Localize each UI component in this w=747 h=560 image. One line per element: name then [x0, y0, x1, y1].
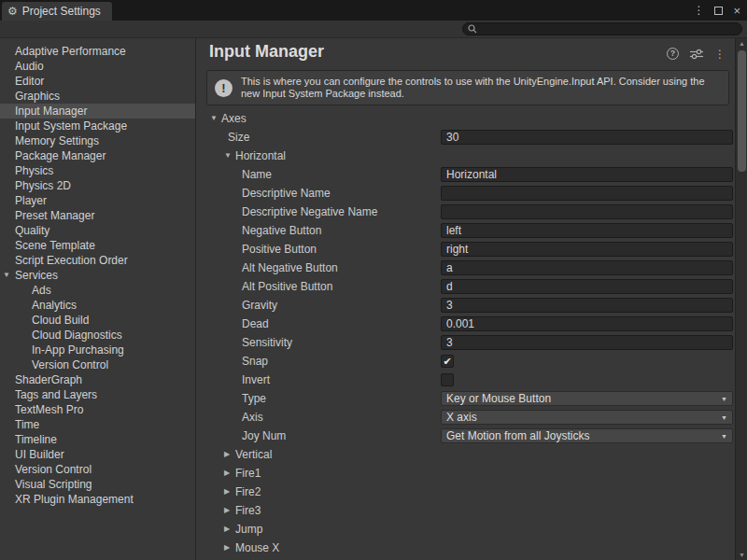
text-field-size[interactable]: 30 — [441, 130, 733, 145]
search-input[interactable] — [462, 22, 742, 35]
tab-project-settings[interactable]: ⚙ Project Settings — [2, 2, 112, 21]
presets-icon[interactable] — [690, 49, 703, 60]
sidebar-item-services[interactable]: ▼Services — [0, 268, 195, 283]
dropdown-joy-num[interactable]: Get Motion from all Joysticks▼ — [441, 428, 733, 443]
sidebar-item-visual-scripting[interactable]: Visual Scripting — [0, 477, 195, 492]
property-row-gravity: Gravity3 — [197, 296, 735, 315]
sidebar-item-label: Physics 2D — [15, 179, 71, 192]
property-label: Negative Button — [242, 221, 321, 240]
text-field-alt-positive-button[interactable]: d — [441, 279, 733, 294]
sidebar-item-in-app-purchasing[interactable]: In-App Purchasing — [0, 343, 195, 357]
foldout-triangle-icon[interactable]: ▶ — [224, 520, 230, 539]
sidebar-item-timeline[interactable]: Timeline — [0, 432, 195, 447]
foldout-triangle-icon[interactable]: ▶ — [224, 501, 230, 520]
text-field-sensitivity[interactable]: 3 — [441, 335, 733, 350]
sidebar-item-label: Physics — [15, 164, 53, 177]
sidebar-item-scene-template[interactable]: Scene Template — [0, 238, 195, 253]
sidebar-item-player[interactable]: Player — [0, 193, 195, 208]
property-label: Joy Num — [242, 427, 286, 445]
foldout-label[interactable]: Jump — [235, 520, 262, 539]
sidebar-item-time[interactable]: Time — [0, 417, 195, 432]
sidebar-item-physics-2d[interactable]: Physics 2D — [0, 178, 195, 193]
sidebar-item-label: Adaptive Performance — [15, 45, 126, 58]
sidebar-item-analytics[interactable]: Analytics — [0, 298, 195, 313]
foldout-triangle-icon[interactable]: ▶ — [224, 464, 230, 483]
chevron-down-icon: ▼ — [721, 431, 727, 442]
window-menu-icon[interactable]: ⋮ — [693, 5, 704, 16]
foldout-triangle-icon[interactable]: ▶ — [224, 539, 230, 557]
scroll-down-icon[interactable]: ▼ — [736, 552, 747, 558]
sidebar-item-label: Ads — [32, 284, 51, 297]
sidebar-item-adaptive-performance[interactable]: Adaptive Performance — [0, 44, 195, 59]
sidebar-item-label: Cloud Diagnostics — [32, 329, 122, 342]
text-field-name[interactable]: Horizontal — [441, 167, 733, 182]
foldout-row-horizontal: ▼Horizontal — [197, 147, 735, 165]
foldout-triangle-icon[interactable]: ▶ — [224, 483, 230, 501]
sidebar-item-script-execution-order[interactable]: Script Execution Order — [0, 253, 195, 268]
scrollbar-thumb[interactable] — [738, 50, 746, 172]
foldout-triangle-icon[interactable]: ▼ — [210, 109, 218, 128]
sidebar-item-label: Memory Settings — [15, 134, 99, 147]
sidebar-item-physics[interactable]: Physics — [0, 163, 195, 178]
text-field-gravity[interactable]: 3 — [441, 298, 733, 313]
sidebar-item-cloud-build[interactable]: Cloud Build — [0, 313, 195, 328]
scroll-up-icon[interactable]: ▲ — [736, 40, 747, 47]
text-field-negative-button[interactable]: left — [441, 223, 733, 238]
sidebar-item-label: Audio — [15, 60, 44, 73]
foldout-label[interactable]: Horizontal — [235, 147, 286, 165]
sidebar-item-version-control[interactable]: Version Control — [0, 462, 195, 477]
sidebar-item-quality[interactable]: Quality — [0, 223, 195, 238]
info-box: ! This is where you can configure the co… — [206, 70, 729, 105]
close-icon[interactable]: × — [733, 5, 740, 17]
foldout-label[interactable]: Fire1 — [235, 464, 261, 483]
property-label: Alt Negative Button — [242, 259, 338, 277]
text-field-positive-button[interactable]: right — [441, 242, 733, 257]
sidebar-item-textmesh-pro[interactable]: TextMesh Pro — [0, 402, 195, 417]
foldout-triangle-icon[interactable]: ▶ — [224, 445, 230, 464]
sidebar-item-cloud-diagnostics[interactable]: Cloud Diagnostics — [0, 328, 195, 343]
sidebar-item-editor[interactable]: Editor — [0, 74, 195, 89]
sidebar-item-audio[interactable]: Audio — [0, 59, 195, 74]
sidebar-item-package-manager[interactable]: Package Manager — [0, 148, 195, 163]
sidebar-item-input-system-package[interactable]: Input System Package — [0, 119, 195, 133]
panel-menu-icon[interactable]: ⋮ — [714, 49, 726, 60]
sidebar-item-label: Player — [15, 194, 47, 207]
chevron-down-icon: ▼ — [721, 394, 727, 405]
sidebar-item-preset-manager[interactable]: Preset Manager — [0, 208, 195, 223]
vertical-scrollbar[interactable]: ▲ ▼ — [735, 38, 747, 560]
property-row-size: Size30 — [197, 128, 735, 147]
foldout-label[interactable]: Axes — [221, 109, 247, 128]
property-label: Sensitivity — [242, 333, 292, 352]
dropdown-type[interactable]: Key or Mouse Button▼ — [441, 391, 733, 406]
window-controls: ⋮ × — [693, 0, 740, 21]
sidebar-item-version-control[interactable]: Version Control — [0, 357, 195, 372]
property-row-alt-negative-button: Alt Negative Buttona — [197, 259, 735, 277]
text-field-descriptive-negative-name[interactable] — [441, 204, 733, 219]
text-field-descriptive-name[interactable] — [441, 186, 733, 201]
sidebar-item-label: Input System Package — [15, 119, 127, 133]
maximize-icon[interactable] — [714, 7, 723, 15]
dropdown-axis[interactable]: X axis▼ — [441, 410, 733, 425]
foldout-label[interactable]: Fire2 — [235, 483, 261, 501]
sidebar-item-label: UI Builder — [15, 448, 64, 461]
foldout-triangle-icon[interactable]: ▼ — [3, 268, 10, 283]
sidebar-item-shadergraph[interactable]: ShaderGraph — [0, 372, 195, 387]
sidebar-item-memory-settings[interactable]: Memory Settings — [0, 133, 195, 148]
checkbox-snap[interactable]: ✔ — [441, 355, 454, 368]
help-icon[interactable]: ? — [667, 48, 679, 60]
checkbox-invert[interactable] — [441, 373, 454, 386]
sidebar-item-graphics[interactable]: Graphics — [0, 89, 195, 104]
sidebar-item-ads[interactable]: Ads — [0, 283, 195, 298]
sidebar-item-input-manager[interactable]: Input Manager — [0, 104, 195, 119]
text-field-dead[interactable]: 0.001 — [441, 316, 733, 331]
sidebar-item-tags-and-layers[interactable]: Tags and Layers — [0, 387, 195, 402]
foldout-label[interactable]: Mouse X — [235, 539, 279, 557]
foldout-triangle-icon[interactable]: ▼ — [224, 147, 232, 165]
foldout-label[interactable]: Vertical — [235, 445, 272, 464]
foldout-label[interactable]: Fire3 — [235, 501, 261, 520]
gear-icon: ⚙ — [7, 6, 18, 17]
sidebar-item-label: TextMesh Pro — [15, 403, 83, 416]
sidebar-item-ui-builder[interactable]: UI Builder — [0, 447, 195, 462]
text-field-alt-negative-button[interactable]: a — [441, 260, 733, 275]
sidebar-item-xr-plugin-management[interactable]: XR Plugin Management — [0, 492, 195, 507]
